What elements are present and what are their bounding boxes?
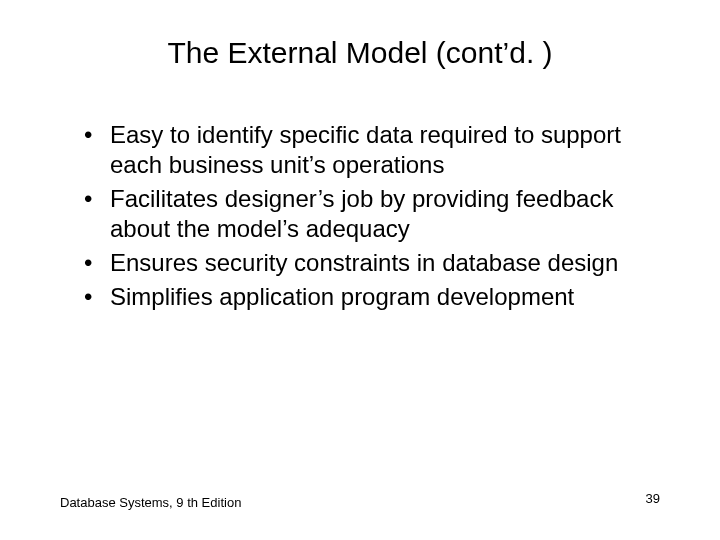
slide-title: The External Model (cont’d. ) — [60, 36, 660, 70]
slide-content: Easy to identify specific data required … — [60, 120, 660, 312]
page-number: 39 — [646, 491, 660, 506]
bullet-list: Easy to identify specific data required … — [80, 120, 660, 312]
footer-text: Database Systems, 9 th Edition — [60, 495, 241, 510]
bullet-item: Easy to identify specific data required … — [80, 120, 660, 180]
bullet-item: Simplifies application program developme… — [80, 282, 660, 312]
slide-container: The External Model (cont’d. ) Easy to id… — [0, 0, 720, 540]
bullet-item: Facilitates designer’s job by providing … — [80, 184, 660, 244]
bullet-item: Ensures security constraints in database… — [80, 248, 660, 278]
